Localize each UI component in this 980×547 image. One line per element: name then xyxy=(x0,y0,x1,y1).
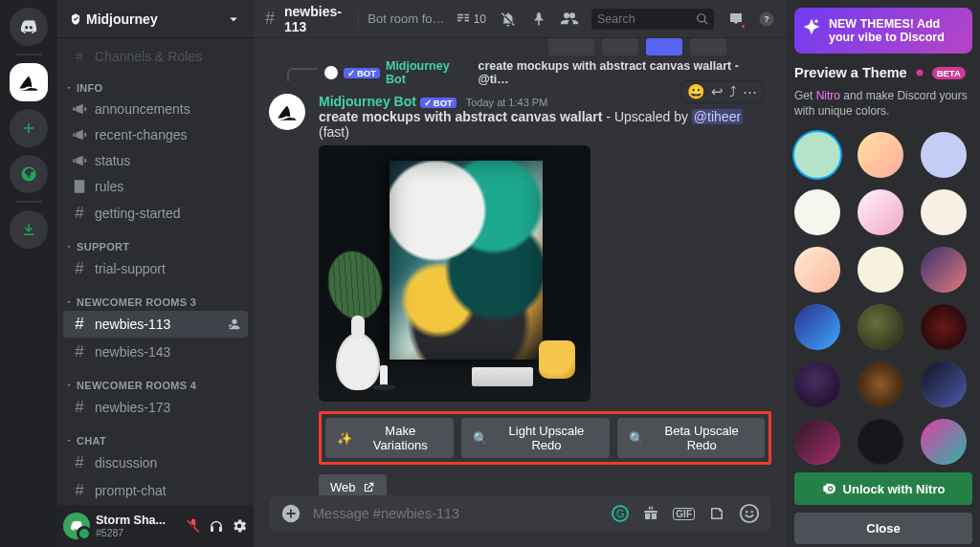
theme-swatch[interactable] xyxy=(794,419,840,465)
channel-item[interactable]: #getting-started xyxy=(63,200,248,227)
hash-icon: # xyxy=(71,259,88,278)
theme-swatch[interactable] xyxy=(858,132,903,178)
boost-icon xyxy=(69,12,82,26)
explore-servers-button[interactable] xyxy=(10,155,48,193)
gift-icon[interactable] xyxy=(642,505,659,522)
theme-swatch[interactable] xyxy=(921,247,967,293)
server-name: Midjourney xyxy=(86,11,158,27)
pinned-messages-icon[interactable] xyxy=(530,11,547,28)
grammarly-icon[interactable]: G xyxy=(612,505,629,522)
theme-swatch[interactable] xyxy=(921,132,967,178)
promo-banner[interactable]: NEW THEMES! Add your vibe to Discord xyxy=(794,8,972,54)
channel-item[interactable]: status xyxy=(63,148,248,173)
server-midjourney-icon[interactable] xyxy=(10,63,48,101)
create-invite-icon[interactable] xyxy=(225,317,240,332)
category-header[interactable]: NEWCOMER ROOMS 4 xyxy=(63,366,248,393)
theme-swatch[interactable] xyxy=(794,304,840,350)
user-panel: Storm Sha... #5287 xyxy=(57,505,254,547)
threads-button[interactable]: 10 xyxy=(455,11,486,28)
reply-author: Midjourney Bot xyxy=(386,59,472,86)
channel-label: rules xyxy=(95,179,123,194)
category-header[interactable]: INFO xyxy=(63,69,248,96)
theme-swatch[interactable] xyxy=(794,247,840,293)
add-server-button[interactable] xyxy=(10,109,48,147)
action-button[interactable]: 🔍Beta Upscale Redo xyxy=(617,418,765,458)
search-input[interactable] xyxy=(597,12,674,26)
channel-item[interactable]: #trial-support xyxy=(63,255,248,282)
member-list-icon[interactable] xyxy=(561,11,578,28)
reply-icon[interactable]: ↩ xyxy=(711,83,724,100)
action-button[interactable]: ✨Make Variations xyxy=(325,418,454,458)
theme-swatch[interactable] xyxy=(794,132,840,178)
search-icon xyxy=(696,12,709,26)
mute-icon[interactable] xyxy=(185,517,202,535)
channel-item[interactable]: #newbies-143 xyxy=(63,339,248,365)
threads-count: 10 xyxy=(474,12,486,26)
channel-topic[interactable]: Bot room for ne... xyxy=(368,11,444,26)
image-attachment[interactable] xyxy=(319,145,590,402)
reaction-icon[interactable]: 😀 xyxy=(687,83,705,100)
channel-stale[interactable]: # Channels & Roles xyxy=(63,45,248,68)
emoji-picker-icon[interactable] xyxy=(739,503,760,524)
self-username: Storm Sha... xyxy=(96,514,179,527)
more-icon[interactable]: ⋯ xyxy=(743,83,757,100)
theme-swatch[interactable] xyxy=(858,247,903,293)
theme-swatch[interactable] xyxy=(921,361,967,407)
thread-icon[interactable]: ⤴ xyxy=(729,83,737,100)
discord-home-icon[interactable] xyxy=(10,8,48,46)
channel-item[interactable]: recent-changes xyxy=(63,122,248,147)
search-box[interactable] xyxy=(591,9,714,30)
theme-swatch[interactable] xyxy=(921,419,967,465)
inbox-button[interactable] xyxy=(727,11,745,28)
close-panel-button[interactable]: Close xyxy=(794,513,972,544)
headphones-icon[interactable] xyxy=(208,517,225,535)
channel-item[interactable]: rules xyxy=(63,174,248,199)
theme-swatch[interactable] xyxy=(921,189,967,235)
self-user-info[interactable]: Storm Sha... #5287 xyxy=(96,514,179,538)
channel-label: trial-support xyxy=(95,261,166,276)
ghost-button xyxy=(548,38,594,55)
bot-tag: ✓ BOT xyxy=(344,68,380,78)
notifications-muted-icon[interactable] xyxy=(500,11,517,28)
theme-swatch[interactable] xyxy=(858,189,903,235)
message-input-bar[interactable]: G GIF xyxy=(269,495,771,532)
server-header[interactable]: Midjourney xyxy=(57,0,254,38)
sticker-picker-icon[interactable] xyxy=(708,505,725,522)
channel-item[interactable]: #discussion xyxy=(63,449,248,476)
message-input[interactable] xyxy=(313,506,600,521)
theme-swatch[interactable] xyxy=(794,189,840,235)
unlock-nitro-button[interactable]: Unlock with Nitro xyxy=(794,472,972,505)
beta-badge: BETA xyxy=(932,67,966,79)
theme-swatch[interactable] xyxy=(921,304,967,350)
channel-item[interactable]: announcements xyxy=(63,97,248,121)
message-action-bar[interactable]: 😀 ↩ ⤴ ⋯ xyxy=(680,80,764,103)
web-link-button[interactable]: Web xyxy=(319,474,387,495)
message-avatar[interactable] xyxy=(269,94,305,130)
hash-icon: # xyxy=(71,481,88,500)
category-header[interactable]: SUPPORT xyxy=(63,228,248,254)
attach-button[interactable] xyxy=(280,503,301,524)
gif-picker-icon[interactable]: GIF xyxy=(673,508,695,520)
theme-swatch[interactable] xyxy=(858,419,903,465)
theme-swatch[interactable] xyxy=(794,361,840,407)
sparkle-icon xyxy=(802,17,821,36)
preview-header: Preview a Theme BETA xyxy=(794,65,972,80)
component-row-highlighted: ✨Make Variations🔍Light Upscale Redo🔍Beta… xyxy=(319,411,771,465)
theme-swatch[interactable] xyxy=(858,304,903,350)
download-apps-button[interactable] xyxy=(10,210,48,249)
channel-item[interactable]: #newbies-173 xyxy=(63,394,248,421)
channel-item[interactable]: #prompt-chat xyxy=(63,477,248,504)
action-button[interactable]: 🔍Light Upscale Redo xyxy=(461,418,610,458)
theme-swatch[interactable] xyxy=(858,361,903,407)
emoji-icon: ✨ xyxy=(337,431,352,446)
category-header[interactable]: NEWCOMER ROOMS 3 xyxy=(63,283,248,310)
self-avatar[interactable] xyxy=(63,513,90,539)
help-icon[interactable]: ? xyxy=(758,11,775,28)
channel-item[interactable]: #newbies-113 xyxy=(63,311,248,338)
settings-gear-icon[interactable] xyxy=(231,517,248,535)
message-author[interactable]: Midjourney Bot xyxy=(319,94,416,109)
category-header[interactable]: CHAT xyxy=(63,422,248,449)
megaphone-icon xyxy=(71,152,88,169)
divider xyxy=(358,10,359,29)
message: 😀 ↩ ⤴ ⋯ Midjourney Bot ✓ BOT Today at 1:… xyxy=(269,88,771,495)
